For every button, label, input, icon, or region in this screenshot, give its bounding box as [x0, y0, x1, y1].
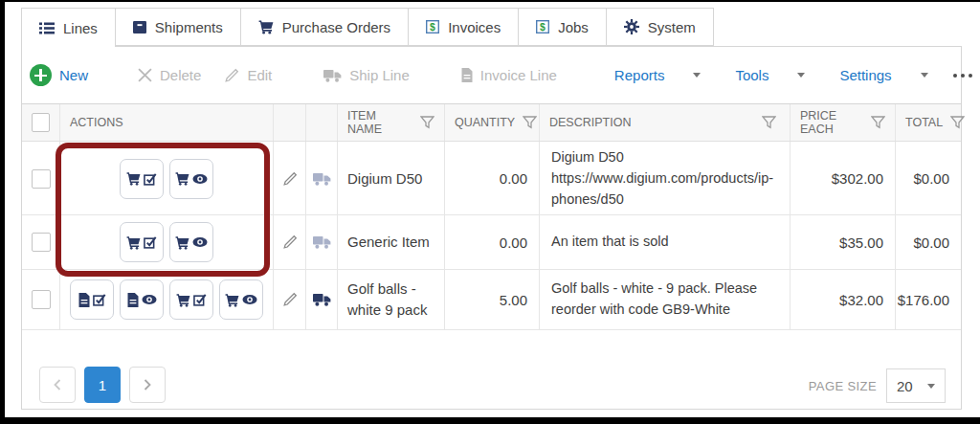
tools-menu-button[interactable]: Tools [735, 67, 805, 83]
cart-icon [258, 19, 274, 34]
settings-label: Settings [839, 67, 891, 83]
chevron-right-icon [144, 379, 151, 391]
window-frame-left [0, 0, 5, 424]
tab-label: Jobs [558, 19, 589, 35]
truck-icon [323, 69, 342, 82]
item-name-cell: Golf balls - white 9 pack [338, 270, 445, 329]
pencil-icon [224, 68, 239, 83]
row-checkbox[interactable] [32, 169, 51, 189]
cart-icon [126, 171, 141, 186]
invoice-line-label: Invoice Line [480, 67, 557, 83]
cart-view-button[interactable] [169, 222, 213, 262]
header-description: DESCRIPTION [540, 104, 791, 141]
item-name-cell: Digium D50 [338, 142, 445, 215]
check-square-icon [93, 293, 106, 306]
tab-system[interactable]: System [607, 8, 714, 46]
grid-footer: 1 PAGE SIZE 20 [22, 330, 961, 409]
filter-icon[interactable] [523, 116, 537, 129]
header-item-name: ITEM NAME [338, 104, 445, 141]
dollar-square-icon [536, 20, 549, 33]
tab-label: Invoices [448, 19, 501, 35]
filter-icon[interactable] [420, 116, 434, 129]
header-select-cell [22, 104, 60, 141]
more-options-button[interactable] [953, 74, 972, 78]
edit-row-icon[interactable] [282, 292, 298, 307]
caret-down-icon [927, 384, 935, 389]
quantity-cell: 5.00 [445, 270, 540, 329]
price-each-cell: $35.00 [791, 215, 896, 269]
cart-check-button[interactable] [120, 159, 164, 199]
cart-view-button[interactable] [219, 279, 263, 320]
cart-icon [176, 293, 190, 307]
cart-check-button[interactable] [169, 279, 213, 320]
total-cell: $0.00 [896, 215, 961, 269]
delete-button[interactable]: Delete [138, 67, 201, 83]
description-cell: Golf balls - white - 9 pack. Please reor… [540, 270, 791, 329]
edit-button[interactable]: Edit [224, 67, 272, 83]
tab-lines[interactable]: Lines [21, 8, 116, 47]
cart-icon [225, 293, 239, 307]
cart-icon [175, 171, 189, 186]
page-size-select[interactable]: 20 [886, 368, 946, 403]
check-square-icon [144, 235, 157, 249]
header-ship-col [306, 104, 338, 141]
filter-icon[interactable] [871, 116, 885, 129]
truck-icon[interactable] [313, 293, 331, 306]
pager: 1 [39, 367, 174, 403]
header-actions: ACTIONS [60, 104, 274, 141]
settings-menu-button[interactable]: Settings [839, 67, 927, 83]
cart-check-button[interactable] [120, 222, 164, 262]
eye-icon [142, 294, 157, 305]
next-page-button[interactable] [129, 367, 166, 403]
truck-icon [313, 172, 331, 186]
header-edit-col [274, 104, 306, 141]
row-actions-cell [60, 142, 274, 215]
table-row: Golf balls - white 9 pack 5.00 Golf ball… [22, 270, 961, 330]
tab-label: System [648, 19, 696, 35]
filter-icon[interactable] [762, 116, 776, 129]
x-icon [138, 68, 152, 82]
row-actions-cell [60, 270, 274, 329]
description-cell: Digium D50 https://www.digium.com/produc… [540, 142, 791, 215]
tab-shipments[interactable]: Shipments [116, 8, 241, 46]
doc-view-button[interactable] [120, 279, 164, 320]
page-1-button[interactable]: 1 [84, 367, 121, 403]
header-price-each: PRICE EACH [791, 104, 896, 141]
caret-down-icon [921, 73, 928, 78]
page-size-value: 20 [897, 378, 913, 394]
previous-page-button[interactable] [39, 367, 76, 403]
quantity-cell: 0.00 [445, 142, 540, 215]
header-quantity: QUANTITY [445, 104, 540, 141]
caret-down-icon [693, 73, 701, 78]
caret-down-icon [797, 73, 805, 78]
cart-view-button[interactable] [169, 159, 213, 199]
dollar-square-icon [426, 20, 439, 33]
tab-label: Purchase Orders [282, 19, 390, 35]
description-cell: An item that is sold [540, 215, 791, 269]
toolbar: New Delete Edit Ship Line Invoice Line [22, 47, 961, 104]
app-window: Lines Shipments Purchase Orders Invoices… [21, 8, 962, 410]
doc-check-button[interactable] [70, 279, 114, 320]
reports-label: Reports [614, 67, 665, 83]
row-checkbox[interactable] [32, 290, 51, 309]
invoice-line-button[interactable]: Invoice Line [461, 67, 557, 83]
document-icon [461, 68, 473, 82]
eye-icon [192, 236, 208, 248]
eye-icon [242, 294, 257, 305]
filter-icon[interactable] [950, 116, 965, 129]
new-button[interactable]: New [30, 64, 88, 86]
ship-line-button[interactable]: Ship Line [323, 67, 410, 83]
edit-row-icon[interactable] [282, 171, 298, 187]
truck-icon [313, 235, 331, 249]
cart-icon [126, 235, 141, 250]
tab-jobs[interactable]: Jobs [519, 8, 607, 46]
header-total: TOTAL [896, 104, 974, 141]
row-checkbox[interactable] [32, 233, 51, 252]
tab-invoices[interactable]: Invoices [409, 8, 519, 46]
select-all-checkbox[interactable] [32, 113, 50, 132]
tab-purchase-orders[interactable]: Purchase Orders [241, 8, 409, 46]
edit-row-icon[interactable] [282, 234, 298, 250]
tab-strip: Lines Shipments Purchase Orders Invoices… [21, 8, 714, 47]
price-each-cell: $302.00 [791, 142, 896, 215]
reports-menu-button[interactable]: Reports [614, 67, 702, 83]
